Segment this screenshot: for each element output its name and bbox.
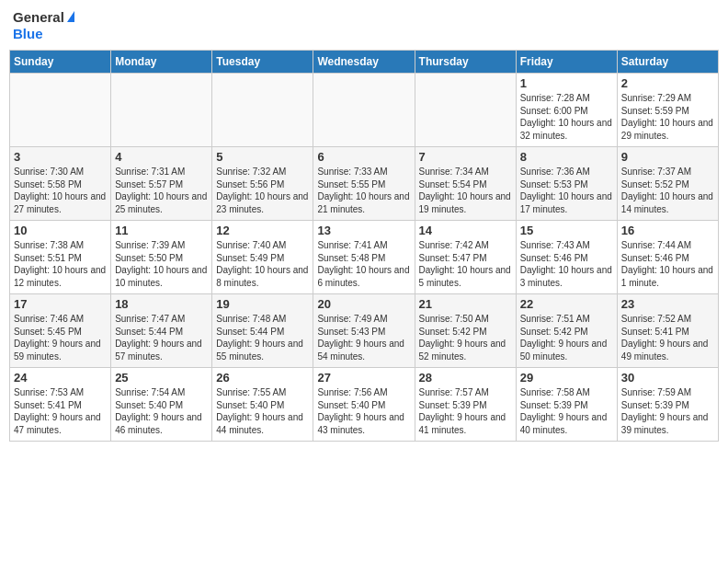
col-header-tuesday: Tuesday [212,51,313,74]
page-header: General Blue [9,9,719,42]
col-header-monday: Monday [111,51,212,74]
day-number: 11 [115,224,208,237]
calendar-cell: 17Sunrise: 7:46 AM Sunset: 5:45 PM Dayli… [10,294,111,368]
day-number: 21 [419,297,512,311]
day-info: Sunrise: 7:57 AM Sunset: 5:39 PM Dayligh… [419,386,512,436]
day-info: Sunrise: 7:34 AM Sunset: 5:54 PM Dayligh… [419,166,512,215]
day-info: Sunrise: 7:53 AM Sunset: 5:41 PM Dayligh… [14,386,107,436]
day-info: Sunrise: 7:30 AM Sunset: 5:58 PM Dayligh… [14,166,107,215]
calendar-cell: 7Sunrise: 7:34 AM Sunset: 5:54 PM Daylig… [415,147,516,221]
calendar-cell: 19Sunrise: 7:48 AM Sunset: 5:44 PM Dayli… [212,294,313,368]
day-number: 22 [520,297,613,311]
day-info: Sunrise: 7:58 AM Sunset: 5:39 PM Dayligh… [520,386,613,436]
day-info: Sunrise: 7:42 AM Sunset: 5:47 PM Dayligh… [419,239,512,289]
calendar-week-row: 10Sunrise: 7:38 AM Sunset: 5:51 PM Dayli… [10,221,719,294]
calendar-cell: 15Sunrise: 7:43 AM Sunset: 5:46 PM Dayli… [516,221,617,294]
day-number: 4 [115,150,208,164]
calendar-cell: 25Sunrise: 7:54 AM Sunset: 5:40 PM Dayli… [111,368,212,442]
calendar-cell: 27Sunrise: 7:56 AM Sunset: 5:40 PM Dayli… [313,368,415,442]
col-header-friday: Friday [516,51,617,74]
day-info: Sunrise: 7:31 AM Sunset: 5:57 PM Dayligh… [115,166,208,215]
day-info: Sunrise: 7:43 AM Sunset: 5:46 PM Dayligh… [520,239,613,289]
day-info: Sunrise: 7:41 AM Sunset: 5:48 PM Dayligh… [317,239,410,289]
day-info: Sunrise: 7:32 AM Sunset: 5:56 PM Dayligh… [216,166,309,215]
day-info: Sunrise: 7:55 AM Sunset: 5:40 PM Dayligh… [216,386,309,436]
calendar-week-row: 1Sunrise: 7:28 AM Sunset: 6:00 PM Daylig… [10,74,719,147]
calendar-cell: 13Sunrise: 7:41 AM Sunset: 5:48 PM Dayli… [313,221,415,294]
calendar-cell: 26Sunrise: 7:55 AM Sunset: 5:40 PM Dayli… [212,368,313,442]
day-number: 9 [621,150,714,164]
calendar-cell: 18Sunrise: 7:47 AM Sunset: 5:44 PM Dayli… [111,294,212,368]
day-info: Sunrise: 7:47 AM Sunset: 5:44 PM Dayligh… [115,313,208,362]
day-number: 15 [520,224,613,237]
day-number: 25 [115,371,208,385]
day-number: 6 [317,150,410,164]
calendar-cell: 20Sunrise: 7:49 AM Sunset: 5:43 PM Dayli… [313,294,415,368]
day-info: Sunrise: 7:40 AM Sunset: 5:49 PM Dayligh… [216,239,309,289]
day-info: Sunrise: 7:50 AM Sunset: 5:42 PM Dayligh… [419,313,512,362]
calendar-cell: 2Sunrise: 7:29 AM Sunset: 5:59 PM Daylig… [617,74,718,147]
day-info: Sunrise: 7:44 AM Sunset: 5:46 PM Dayligh… [621,239,714,289]
calendar-cell: 28Sunrise: 7:57 AM Sunset: 5:39 PM Dayli… [415,368,516,442]
day-info: Sunrise: 7:37 AM Sunset: 5:52 PM Dayligh… [621,166,714,215]
day-info: Sunrise: 7:38 AM Sunset: 5:51 PM Dayligh… [14,239,107,289]
day-number: 28 [419,371,512,385]
day-info: Sunrise: 7:52 AM Sunset: 5:41 PM Dayligh… [621,313,714,362]
calendar-cell: 3Sunrise: 7:30 AM Sunset: 5:58 PM Daylig… [10,147,111,221]
calendar-cell: 11Sunrise: 7:39 AM Sunset: 5:50 PM Dayli… [111,221,212,294]
day-number: 2 [621,76,714,90]
logo: General Blue [13,9,74,42]
day-number: 20 [317,297,410,311]
day-info: Sunrise: 7:56 AM Sunset: 5:40 PM Dayligh… [317,386,410,436]
calendar-cell: 23Sunrise: 7:52 AM Sunset: 5:41 PM Dayli… [617,294,718,368]
calendar-cell: 21Sunrise: 7:50 AM Sunset: 5:42 PM Dayli… [415,294,516,368]
day-number: 1 [520,76,613,90]
calendar-cell: 30Sunrise: 7:59 AM Sunset: 5:39 PM Dayli… [617,368,718,442]
day-number: 12 [216,224,309,237]
day-info: Sunrise: 7:39 AM Sunset: 5:50 PM Dayligh… [115,239,208,289]
col-header-saturday: Saturday [617,51,718,74]
day-number: 24 [14,371,107,385]
day-number: 14 [419,224,512,237]
col-header-sunday: Sunday [10,51,111,74]
calendar-cell: 9Sunrise: 7:37 AM Sunset: 5:52 PM Daylig… [617,147,718,221]
day-info: Sunrise: 7:49 AM Sunset: 5:43 PM Dayligh… [317,313,410,362]
day-number: 29 [520,371,613,385]
day-info: Sunrise: 7:28 AM Sunset: 6:00 PM Dayligh… [520,92,613,142]
day-number: 23 [621,297,714,311]
day-info: Sunrise: 7:46 AM Sunset: 5:45 PM Dayligh… [14,313,107,362]
day-info: Sunrise: 7:48 AM Sunset: 5:44 PM Dayligh… [216,313,309,362]
calendar-cell: 14Sunrise: 7:42 AM Sunset: 5:47 PM Dayli… [415,221,516,294]
calendar-cell: 22Sunrise: 7:51 AM Sunset: 5:42 PM Dayli… [516,294,617,368]
calendar-cell: 6Sunrise: 7:33 AM Sunset: 5:55 PM Daylig… [313,147,415,221]
calendar-cell: 8Sunrise: 7:36 AM Sunset: 5:53 PM Daylig… [516,147,617,221]
calendar-cell [10,74,111,147]
day-number: 10 [14,224,107,237]
calendar-cell: 29Sunrise: 7:58 AM Sunset: 5:39 PM Dayli… [516,368,617,442]
logo-blue-text: Blue [13,26,74,42]
day-number: 3 [14,150,107,164]
day-number: 13 [317,224,410,237]
calendar-cell [415,74,516,147]
calendar-cell: 1Sunrise: 7:28 AM Sunset: 6:00 PM Daylig… [516,74,617,147]
calendar-cell: 16Sunrise: 7:44 AM Sunset: 5:46 PM Dayli… [617,221,718,294]
day-info: Sunrise: 7:36 AM Sunset: 5:53 PM Dayligh… [520,166,613,215]
day-number: 30 [621,371,714,385]
day-info: Sunrise: 7:29 AM Sunset: 5:59 PM Dayligh… [621,92,714,142]
day-number: 19 [216,297,309,311]
day-info: Sunrise: 7:33 AM Sunset: 5:55 PM Dayligh… [317,166,410,215]
col-header-wednesday: Wednesday [313,51,415,74]
calendar-cell: 4Sunrise: 7:31 AM Sunset: 5:57 PM Daylig… [111,147,212,221]
day-number: 7 [419,150,512,164]
logo-general-text: General [13,9,74,26]
day-info: Sunrise: 7:51 AM Sunset: 5:42 PM Dayligh… [520,313,613,362]
calendar-week-row: 17Sunrise: 7:46 AM Sunset: 5:45 PM Dayli… [10,294,719,368]
calendar-table: SundayMondayTuesdayWednesdayThursdayFrid… [9,50,719,442]
calendar-cell: 24Sunrise: 7:53 AM Sunset: 5:41 PM Dayli… [10,368,111,442]
calendar-week-row: 3Sunrise: 7:30 AM Sunset: 5:58 PM Daylig… [10,147,719,221]
col-header-thursday: Thursday [415,51,516,74]
day-number: 18 [115,297,208,311]
day-number: 16 [621,224,714,237]
calendar-cell [111,74,212,147]
logo-blue-triangle [67,11,74,22]
